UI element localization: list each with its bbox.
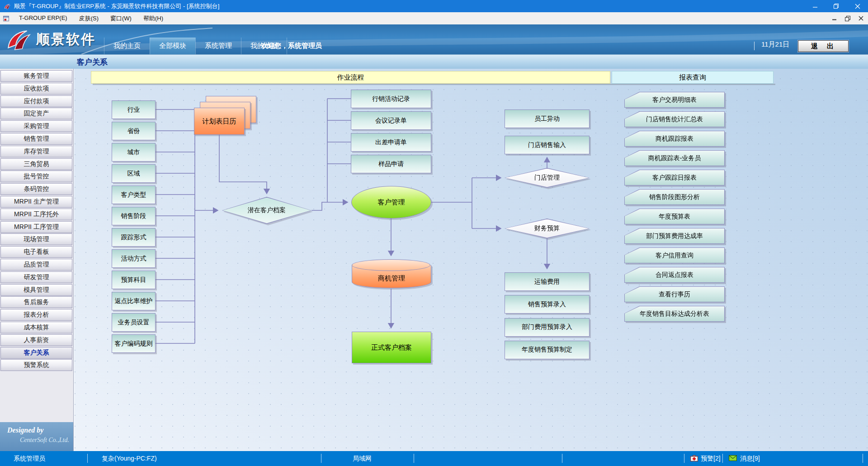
sidebar-item[interactable]: MRPII 生产管理 xyxy=(0,196,72,208)
menu-item[interactable]: 皮肤(S) xyxy=(73,14,104,23)
mdi-restore-icon[interactable] xyxy=(845,16,850,21)
sidebar-item[interactable]: 售后服务 xyxy=(0,296,72,308)
status-messages[interactable]: 消息[9] xyxy=(740,455,760,463)
menu-items: T-GROUP ERP(E)皮肤(S)窗口(W)帮助(H) xyxy=(13,14,169,23)
minimize-icon[interactable] xyxy=(804,0,826,12)
sidebar-item[interactable]: 人事薪资 xyxy=(0,334,72,346)
report-button[interactable]: 客户跟踪日报表 xyxy=(624,170,725,185)
sidebar-item[interactable]: 三角贸易 xyxy=(0,158,72,170)
exit-button[interactable]: 退 出 xyxy=(798,40,849,52)
sidebar-item[interactable]: 预警系统 xyxy=(0,359,72,371)
flow-node-label: 销售预算录入 xyxy=(528,300,566,309)
report-button[interactable]: 销售阶段图形分析 xyxy=(624,189,725,205)
sidebar-item-label: 销售管理 xyxy=(24,135,49,143)
app-logo-icon xyxy=(4,3,11,10)
status-separator xyxy=(87,454,88,463)
flow-node-budget[interactable]: 部门费用预算录入 xyxy=(505,318,590,337)
flow-node-master-data[interactable]: 城市 xyxy=(112,143,156,162)
sidebar-item[interactable]: 批号管控 xyxy=(0,171,72,182)
report-button[interactable]: 年度销售目标达成分析表 xyxy=(624,306,725,322)
report-button[interactable]: 合同返点报表 xyxy=(624,267,725,283)
mdi-minimize-icon[interactable] xyxy=(832,16,837,21)
flow-node-master-data[interactable]: 客户编码规则 xyxy=(112,334,156,353)
nav-tab[interactable]: 系统管理 xyxy=(195,38,241,54)
customer-management-ellipse[interactable]: 客户管理 xyxy=(351,186,431,219)
flow-node-master-data[interactable]: 省份 xyxy=(112,122,156,140)
report-button-label: 商机跟踪报表 xyxy=(624,131,725,147)
plan-calendar-node[interactable]: 计划表日历 xyxy=(194,108,245,135)
sidebar-item[interactable]: 条码管控 xyxy=(0,183,72,195)
flow-node-master-data[interactable]: 客户类型 xyxy=(112,185,156,204)
flow-node-master-data[interactable]: 销售阶段 xyxy=(112,207,156,225)
flow-node-master-data[interactable]: 预算科目 xyxy=(112,271,156,289)
flow-node-budget[interactable]: 运输费用 xyxy=(505,272,590,291)
sidebar-item[interactable]: 固定资产 xyxy=(0,108,72,119)
status-network: 局域网 xyxy=(353,455,372,463)
sidebar-item[interactable]: 应收款项 xyxy=(0,83,72,95)
report-button[interactable]: 部门预算费用达成率 xyxy=(624,228,725,244)
report-button[interactable]: 客户交易明细表 xyxy=(624,92,725,108)
flow-node-label: 省份 xyxy=(127,127,140,135)
flow-node-master-data[interactable]: 行业 xyxy=(112,100,156,119)
report-button[interactable]: 门店销售统计汇总表 xyxy=(624,111,725,127)
sidebar-item[interactable]: 成本核算 xyxy=(0,322,72,333)
welcome-text: 欢迎您，系统管理员 xyxy=(261,38,322,54)
finance-budget-diamond[interactable]: 财务预算 xyxy=(505,219,590,238)
flow-node-document[interactable]: 会议记录单 xyxy=(351,111,431,130)
sidebar-item-label: 批号管控 xyxy=(24,172,49,181)
mdi-close-icon[interactable] xyxy=(859,16,863,21)
close-icon[interactable] xyxy=(847,0,868,12)
flow-node-store[interactable]: 员工异动 xyxy=(505,109,590,128)
sidebar-item-label: 应收款项 xyxy=(24,85,49,93)
report-button[interactable]: 商机跟踪报表 xyxy=(624,131,725,147)
flow-node-master-data[interactable]: 业务员设置 xyxy=(112,313,156,332)
opportunity-cylinder[interactable]: 商机管理 xyxy=(352,259,431,289)
sidebar-item[interactable]: MRPII 工序管理 xyxy=(0,221,72,233)
menu-item[interactable]: 帮助(H) xyxy=(137,14,169,23)
menu-item[interactable]: T-GROUP ERP(E) xyxy=(13,14,73,23)
sidebar-item[interactable]: MRPII 工序托外 xyxy=(0,209,72,220)
flow-node-document[interactable]: 样品申请 xyxy=(351,155,431,173)
sidebar-item[interactable]: 研发管理 xyxy=(0,271,72,283)
report-button-label: 客户跟踪日报表 xyxy=(624,170,725,185)
report-button-label: 合同返点报表 xyxy=(624,267,725,283)
menu-item[interactable]: 窗口(W) xyxy=(104,14,137,23)
sidebar-item[interactable]: 销售管理 xyxy=(0,133,72,145)
restore-icon[interactable] xyxy=(826,0,847,12)
flow-node-document[interactable]: 行销活动记录 xyxy=(351,90,431,108)
flow-node-label: 预算科目 xyxy=(121,276,146,284)
sidebar-item[interactable]: 品质管理 xyxy=(0,259,72,271)
flow-node-master-data[interactable]: 返点比率维护 xyxy=(112,292,156,310)
alert-icon[interactable] xyxy=(690,455,698,461)
sidebar-item[interactable]: 采购管理 xyxy=(0,120,72,132)
sidebar-item[interactable]: 库存管理 xyxy=(0,146,72,157)
flow-node-master-data[interactable]: 活动方式 xyxy=(112,249,156,268)
designer-company-text: CenterSoft Co.,Ltd. xyxy=(20,437,73,444)
mdi-child-icon xyxy=(3,15,9,22)
sidebar-item[interactable]: 模具管理 xyxy=(0,284,72,296)
sidebar-item[interactable]: 现场管理 xyxy=(0,233,72,245)
store-management-diamond[interactable]: 门店管理 xyxy=(505,168,590,188)
formal-customer-node[interactable]: 正式客户档案 xyxy=(352,332,431,363)
flow-node-store[interactable]: 门店销售输入 xyxy=(505,136,590,154)
flow-node-document[interactable]: 出差申请单 xyxy=(351,133,431,152)
sidebar-item[interactable]: 电子看板 xyxy=(0,246,72,258)
report-button[interactable]: 商机跟踪表-业务员 xyxy=(624,150,725,166)
sidebar-item[interactable]: 应付款项 xyxy=(0,95,72,107)
report-button[interactable]: 查看行事历 xyxy=(624,286,725,302)
flow-node-master-data[interactable]: 跟踪形式 xyxy=(112,228,156,247)
flow-node-master-data[interactable]: 区域 xyxy=(112,164,156,183)
report-button[interactable]: 年度预算表 xyxy=(624,209,725,224)
flow-node-budget[interactable]: 年度销售预算制定 xyxy=(505,341,590,359)
sidebar-item[interactable]: 客户关系 xyxy=(0,347,72,359)
status-alerts[interactable]: 预警[2] xyxy=(701,455,721,463)
sidebar-item-label: MRPII 工序托外 xyxy=(14,210,59,219)
nav-tab[interactable]: 全部模块 xyxy=(150,38,195,54)
flow-node-budget[interactable]: 销售预算录入 xyxy=(505,295,590,314)
report-button[interactable]: 客户信用查询 xyxy=(624,247,725,263)
sidebar-item[interactable]: 账务管理 xyxy=(0,70,72,82)
nav-tab[interactable]: 我的主页 xyxy=(104,38,150,54)
message-icon[interactable] xyxy=(729,455,737,461)
sidebar-item[interactable]: 报表分析 xyxy=(0,309,72,321)
potential-customer-diamond[interactable]: 潜在客户档案 xyxy=(222,197,311,224)
